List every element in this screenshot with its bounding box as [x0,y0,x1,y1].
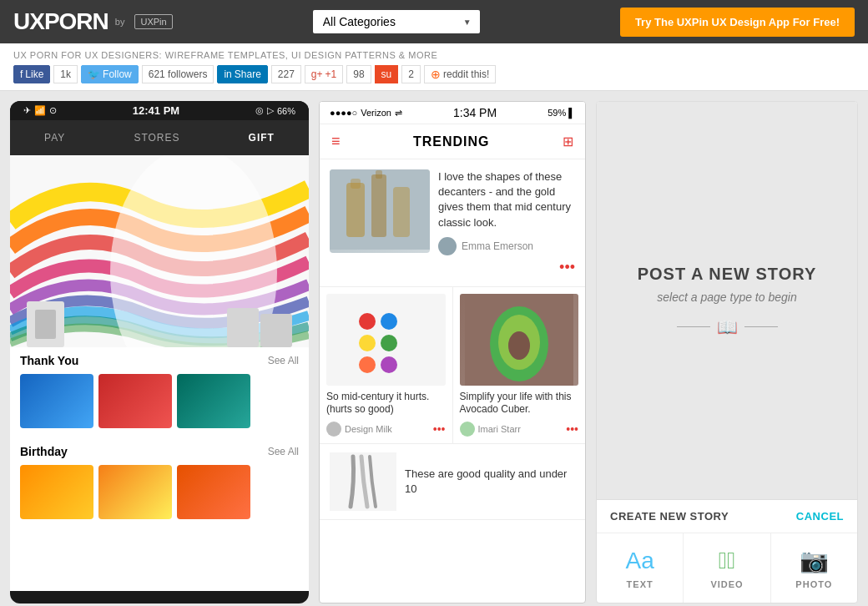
logo-by-text: by [115,17,125,27]
twitter-follow-button[interactable]: 🐦 Follow [81,65,139,83]
fb-like-label: Like [25,68,43,80]
try-uxpin-button[interactable]: Try The UXPin UX Design App For Free! [620,8,855,37]
trending-title: TRENDING [413,134,490,149]
left-phone-status-bar: ✈ 📶 ⊙ 12:41 PM ◎ ▷ 66% [10,101,309,120]
airplane-icon: ✈ [23,105,31,116]
article-tongs-text: These are good quality and under 10 [405,467,575,497]
bday-thumb-2 [98,465,172,519]
tongs-svg [330,452,396,511]
stumble-count: 2 [401,65,421,83]
center-battery-area: 59% ▌ [548,108,575,118]
stumbleupon-button[interactable]: su [375,65,399,83]
dot-2 [381,313,397,330]
thank-you-see-all[interactable]: See All [268,355,299,366]
birthday-see-all[interactable]: See All [268,446,299,457]
left-phone-time: 12:41 PM [133,104,179,117]
header: UXPORN by UXPin All CategoriesUI DesignU… [0,0,868,43]
midcentury-avatar [326,422,341,437]
author-name-1: Emma Emerson [462,240,533,252]
thumb-3 [177,374,250,428]
battery-icon: ▌ [568,108,575,118]
author-avatar-1 [438,237,457,255]
thank-you-header: Thank You See All [20,354,299,367]
midcentury-image [326,294,446,386]
nav-gift[interactable]: GIFT [249,132,275,144]
reddit-icon: ⊕ [431,68,441,81]
center-phone-mockup: ●●●●○ Verizon ⇌ 1:34 PM 59% ▌ ≡ TRENDING… [319,101,586,603]
dots-decoration [352,306,419,373]
nav-stores[interactable]: STORES [134,132,179,144]
left-phone-mockup: ✈ 📶 ⊙ 12:41 PM ◎ ▷ 66% PAY STORES GIFT [10,101,309,603]
dot-3 [359,335,376,351]
li-share-label: Share [235,68,261,80]
article-tongs: These are good quality and under 10 [320,444,585,520]
rainbow-visual [10,155,309,347]
text-type-icon: Aa [626,548,654,574]
photo-type-label: PHOTO [795,579,832,589]
grid-view-icon[interactable]: ⊞ [563,134,573,149]
header-search: All CategoriesUI DesignUX DesignWirefram… [313,10,480,33]
tw-follow-label: Follow [103,68,132,80]
reddit-button[interactable]: ⊕ reddit this! [424,65,496,83]
subheader-title: UX PORN FOR UX DESIGNERS: WIREFRAME TEMP… [13,50,855,60]
category-select-wrapper[interactable]: All CategoriesUI DesignUX DesignWirefram… [313,10,480,33]
create-story-bar: CREATE NEW STORY CANCEL [597,499,857,533]
linkedin-share-count: 227 [271,65,301,83]
social-bar: f Like 1k 🐦 Follow 621 followers in Shar… [13,65,855,83]
right-panel: POST A NEW STORY select a page type to b… [596,101,858,603]
dot-5 [359,356,376,373]
logo-ux-text: UX [13,8,44,34]
gplus-count: 98 [346,65,371,83]
story-type-text[interactable]: Aa TEXT [597,533,684,603]
bday-thumb-1 [20,465,93,519]
video-type-icon: ▶⃝ [719,548,735,574]
left-status-right: ◎ ▷ 66% [255,105,295,116]
logo-uxpin-text: UXPin [134,14,172,29]
linkedin-share-button[interactable]: in Share [217,65,267,83]
avocado-author-name: Imari Starr [478,424,521,434]
left-phone-content: Thank You See All Birthday See All [10,155,309,591]
center-nav: ≡ TRENDING ⊞ [320,124,585,159]
thumb-1 [20,374,93,428]
li-icon: in [224,68,231,80]
grid-item-avocado: Simplify your life with this Avocado Cub… [453,287,586,443]
gplus-icon: g+ [311,68,323,80]
battery-percent: 66% [277,106,295,116]
gplus-button[interactable]: g+ +1 [305,65,343,83]
logo-porn-text: PORN [44,8,108,34]
center-content: I love the shapes of these decanters - a… [320,159,585,597]
wifi-icon: ⇌ [395,108,402,119]
story-type-video[interactable]: ▶⃝ VIDEO [684,533,770,603]
svg-rect-3 [35,310,56,339]
article-decanters-text: I love the shapes of these decanters - a… [438,169,575,276]
story-types: Aa TEXT ▶⃝ VIDEO 📷 PHOTO [597,533,857,603]
stumble-icon: su [381,68,392,80]
article-dots-1[interactable]: ••• [438,259,575,276]
post-story-title: POST A NEW STORY [638,265,817,284]
dot-6 [381,356,397,373]
category-select[interactable]: All CategoriesUI DesignUX DesignWirefram… [313,10,480,33]
gplus-label: +1 [326,68,337,80]
nav-pay[interactable]: PAY [44,132,65,144]
avocado-svg [465,294,573,386]
avocado-author-info: Imari Starr [460,422,521,437]
photo-type-icon: 📷 [800,547,829,574]
signal-icon: ⊙ [49,105,57,116]
book-line-left [677,326,710,327]
birthday-header: Birthday See All [20,445,299,458]
center-status-bar: ●●●●○ Verizon ⇌ 1:34 PM 59% ▌ [320,102,585,124]
avocado-dots[interactable]: ••• [566,422,578,436]
thank-you-thumbs [20,374,299,428]
avocado-title: Simplify your life with this Avocado Cub… [460,391,579,417]
rainbow-svg [10,155,309,347]
midcentury-dots[interactable]: ••• [433,422,446,436]
book-icon: 📖 [717,317,738,337]
facebook-like-button[interactable]: f Like [13,65,50,83]
story-type-photo[interactable]: 📷 PHOTO [771,533,857,603]
midcentury-title: So mid-century it hurts. (hurts so good) [326,391,446,417]
cancel-button[interactable]: CANCEL [796,510,844,523]
thank-you-title: Thank You [20,354,78,367]
article-decanters: I love the shapes of these decanters - a… [320,159,585,287]
svg-point-15 [508,331,530,360]
hamburger-icon[interactable]: ≡ [331,133,341,150]
